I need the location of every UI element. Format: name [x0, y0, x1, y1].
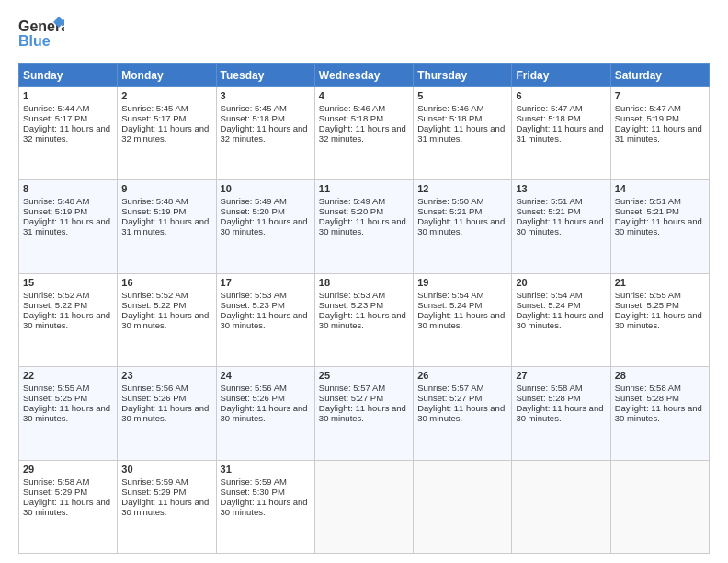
- sunset-text: Sunset: 5:20 PM: [319, 206, 383, 216]
- sunset-text: Sunset: 5:19 PM: [615, 113, 679, 123]
- sunset-text: Sunset: 5:17 PM: [23, 113, 87, 123]
- day-number: 8: [23, 183, 113, 194]
- sunrise-text: Sunrise: 5:56 AM: [221, 383, 287, 393]
- sunset-text: Sunset: 5:18 PM: [319, 113, 383, 123]
- day-number: 5: [417, 90, 507, 101]
- sunset-text: Sunset: 5:23 PM: [221, 300, 285, 310]
- calendar-cell: 28Sunrise: 5:58 AMSunset: 5:28 PMDayligh…: [610, 367, 709, 460]
- calendar-cell: 27Sunrise: 5:58 AMSunset: 5:28 PMDayligh…: [512, 367, 610, 460]
- sunrise-text: Sunrise: 5:59 AM: [121, 477, 188, 487]
- sunrise-text: Sunrise: 5:51 AM: [516, 196, 582, 206]
- day-number: 1: [23, 90, 113, 101]
- calendar-cell: [610, 460, 709, 553]
- daylight-text: Daylight: 11 hours and 30 minutes.: [516, 403, 603, 423]
- daylight-text: Daylight: 11 hours and 30 minutes.: [121, 310, 209, 330]
- calendar-header-row: Sunday Monday Tuesday Wednesday Thursday…: [19, 64, 710, 87]
- sunset-text: Sunset: 5:28 PM: [516, 393, 580, 403]
- day-number: 9: [121, 183, 211, 194]
- day-number: 23: [121, 370, 211, 381]
- sunset-text: Sunset: 5:17 PM: [121, 113, 186, 123]
- daylight-text: Daylight: 11 hours and 30 minutes.: [121, 497, 209, 517]
- day-number: 7: [615, 90, 705, 101]
- sunset-text: Sunset: 5:22 PM: [121, 300, 186, 310]
- day-number: 25: [319, 370, 409, 381]
- calendar-cell: 7Sunrise: 5:47 AMSunset: 5:19 PMDaylight…: [610, 87, 709, 180]
- daylight-text: Daylight: 11 hours and 32 minutes.: [221, 123, 308, 144]
- day-number: 6: [516, 90, 606, 101]
- sunrise-text: Sunrise: 5:58 AM: [516, 383, 582, 393]
- sunrise-text: Sunrise: 5:52 AM: [121, 290, 188, 300]
- sunrise-text: Sunrise: 5:58 AM: [23, 477, 89, 487]
- daylight-text: Daylight: 11 hours and 31 minutes.: [417, 123, 505, 144]
- calendar-cell: 11Sunrise: 5:49 AMSunset: 5:20 PMDayligh…: [314, 180, 413, 273]
- sunrise-text: Sunrise: 5:53 AM: [319, 290, 385, 300]
- sunrise-text: Sunrise: 5:51 AM: [615, 196, 681, 206]
- daylight-text: Daylight: 11 hours and 30 minutes.: [417, 310, 505, 330]
- day-number: 3: [221, 90, 311, 101]
- sunrise-text: Sunrise: 5:45 AM: [221, 103, 287, 113]
- sunrise-text: Sunrise: 5:52 AM: [23, 290, 89, 300]
- calendar-cell: 29Sunrise: 5:58 AMSunset: 5:29 PMDayligh…: [19, 460, 118, 553]
- daylight-text: Daylight: 11 hours and 30 minutes.: [23, 310, 110, 330]
- sunrise-text: Sunrise: 5:47 AM: [516, 103, 582, 113]
- day-number: 2: [121, 90, 211, 101]
- col-monday: Monday: [118, 64, 216, 87]
- calendar-cell: 20Sunrise: 5:54 AMSunset: 5:24 PMDayligh…: [512, 273, 610, 366]
- col-thursday: Thursday: [414, 64, 512, 87]
- daylight-text: Daylight: 11 hours and 31 minutes.: [516, 123, 603, 144]
- calendar-cell: 5Sunrise: 5:46 AMSunset: 5:18 PMDaylight…: [414, 87, 512, 180]
- daylight-text: Daylight: 11 hours and 30 minutes.: [221, 403, 308, 423]
- sunset-text: Sunset: 5:24 PM: [516, 300, 580, 310]
- sunset-text: Sunset: 5:21 PM: [516, 206, 580, 216]
- daylight-text: Daylight: 11 hours and 30 minutes.: [516, 310, 603, 330]
- day-number: 10: [221, 183, 311, 194]
- calendar-cell: 14Sunrise: 5:51 AMSunset: 5:21 PMDayligh…: [610, 180, 709, 273]
- calendar-cell: 1Sunrise: 5:44 AMSunset: 5:17 PMDaylight…: [19, 87, 118, 180]
- calendar-cell: [314, 460, 413, 553]
- day-number: 31: [221, 464, 311, 475]
- sunrise-text: Sunrise: 5:49 AM: [319, 196, 385, 206]
- sunset-text: Sunset: 5:28 PM: [615, 393, 679, 403]
- calendar-cell: [512, 460, 610, 553]
- daylight-text: Daylight: 11 hours and 30 minutes.: [23, 497, 110, 517]
- day-number: 20: [516, 277, 606, 288]
- sunset-text: Sunset: 5:19 PM: [121, 206, 186, 216]
- calendar-week-row: 29Sunrise: 5:58 AMSunset: 5:29 PMDayligh…: [19, 460, 710, 553]
- sunrise-text: Sunrise: 5:44 AM: [23, 103, 89, 113]
- calendar-cell: 31Sunrise: 5:59 AMSunset: 5:30 PMDayligh…: [216, 460, 314, 553]
- sunset-text: Sunset: 5:25 PM: [23, 393, 87, 403]
- daylight-text: Daylight: 11 hours and 30 minutes.: [319, 310, 406, 330]
- calendar-cell: 17Sunrise: 5:53 AMSunset: 5:23 PMDayligh…: [216, 273, 314, 366]
- col-saturday: Saturday: [610, 64, 709, 87]
- calendar-cell: 16Sunrise: 5:52 AMSunset: 5:22 PMDayligh…: [118, 273, 216, 366]
- svg-text:Blue: Blue: [18, 33, 51, 49]
- calendar-cell: 9Sunrise: 5:48 AMSunset: 5:19 PMDaylight…: [118, 180, 216, 273]
- calendar-cell: 26Sunrise: 5:57 AMSunset: 5:27 PMDayligh…: [414, 367, 512, 460]
- daylight-text: Daylight: 11 hours and 30 minutes.: [221, 310, 308, 330]
- sunset-text: Sunset: 5:18 PM: [417, 113, 482, 123]
- day-number: 4: [319, 90, 409, 101]
- daylight-text: Daylight: 11 hours and 30 minutes.: [221, 497, 308, 517]
- calendar-cell: 2Sunrise: 5:45 AMSunset: 5:17 PMDaylight…: [118, 87, 216, 180]
- daylight-text: Daylight: 11 hours and 30 minutes.: [615, 403, 702, 423]
- calendar-week-row: 1Sunrise: 5:44 AMSunset: 5:17 PMDaylight…: [19, 87, 710, 180]
- header: General Blue: [18, 15, 710, 56]
- col-tuesday: Tuesday: [216, 64, 314, 87]
- day-number: 29: [23, 464, 113, 475]
- sunset-text: Sunset: 5:20 PM: [221, 206, 285, 216]
- day-number: 14: [615, 183, 705, 194]
- day-number: 22: [23, 370, 113, 381]
- day-number: 11: [319, 183, 409, 194]
- calendar-cell: 25Sunrise: 5:57 AMSunset: 5:27 PMDayligh…: [314, 367, 413, 460]
- sunrise-text: Sunrise: 5:47 AM: [615, 103, 681, 113]
- daylight-text: Daylight: 11 hours and 30 minutes.: [23, 403, 110, 423]
- daylight-text: Daylight: 11 hours and 32 minutes.: [319, 123, 406, 144]
- day-number: 21: [615, 277, 705, 288]
- daylight-text: Daylight: 11 hours and 30 minutes.: [615, 310, 702, 330]
- sunrise-text: Sunrise: 5:48 AM: [23, 196, 89, 206]
- calendar-cell: 12Sunrise: 5:50 AMSunset: 5:21 PMDayligh…: [414, 180, 512, 273]
- day-number: 17: [221, 277, 311, 288]
- col-friday: Friday: [512, 64, 610, 87]
- calendar-cell: 30Sunrise: 5:59 AMSunset: 5:29 PMDayligh…: [118, 460, 216, 553]
- col-sunday: Sunday: [19, 64, 118, 87]
